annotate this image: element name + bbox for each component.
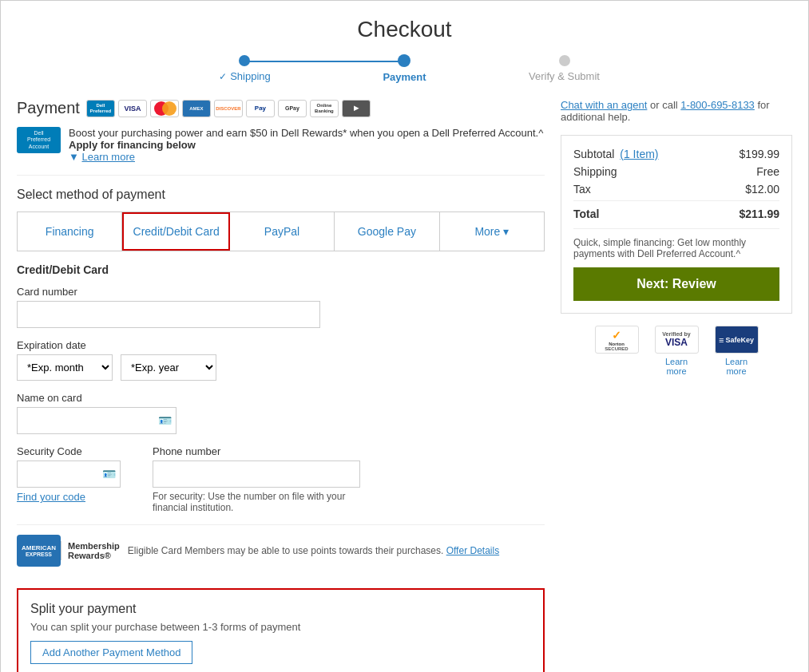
- add-payment-btn[interactable]: Add Another Payment Method: [30, 641, 192, 664]
- promo-banner: DellPreferredAccount Boost your purchasi…: [17, 127, 545, 176]
- tax-label: Tax: [573, 183, 591, 196]
- accepted-cards: DellPreferred VISA AMEX DISCOVER Pay GPa…: [86, 100, 371, 117]
- find-code-link[interactable]: Find your code: [17, 491, 121, 503]
- payment-section-title: Payment: [17, 99, 80, 117]
- expiration-group: Expiration date *Exp. month JanuaryFebru…: [17, 339, 545, 381]
- split-payment-section: Split your payment You can split your pu…: [17, 588, 545, 672]
- financing-btn[interactable]: Financing: [18, 212, 122, 251]
- shipping-value: Free: [756, 165, 779, 178]
- step-payment: Payment: [325, 54, 485, 83]
- tax-value: $12.00: [745, 183, 779, 196]
- amex-logo: AMERICAN EXPRESS: [17, 535, 61, 567]
- security-phone-row: Security Code 🪪 Find your code Phone num…: [17, 445, 545, 513]
- google-pay-btn[interactable]: Google Pay: [335, 212, 439, 251]
- more-cards-icon: ▶: [342, 100, 371, 117]
- security-code-group: Security Code 🪪 Find your code: [17, 445, 121, 503]
- name-on-card-group: Name on card 🪪: [17, 392, 545, 434]
- security-icon: 🪪: [102, 468, 116, 480]
- progress-steps: ✓ Shipping Payment Verify & Submit: [17, 54, 792, 83]
- offer-details-link[interactable]: Offer Details: [446, 545, 499, 556]
- promo-apply: Apply for financing below: [69, 139, 196, 151]
- exp-year-select[interactable]: *Exp. year 202420252026 202720282029: [121, 354, 216, 381]
- gpay-card-icon: GPay: [278, 100, 307, 117]
- split-title: Split your payment: [30, 602, 531, 616]
- online-banking-icon: OnlineBanking: [310, 100, 339, 117]
- security-code-label: Security Code: [17, 445, 121, 457]
- card-number-group: Card number: [17, 286, 545, 328]
- payment-header: Payment DellPreferred VISA AMEX DISCOVER…: [17, 99, 545, 117]
- financing-text: Quick, simple financing: Get low monthly…: [573, 228, 779, 259]
- total-row: Total $211.99: [573, 200, 779, 220]
- subtotal-value: $199.99: [739, 148, 779, 160]
- norton-logo: ✓ Norton SECURED: [595, 326, 639, 354]
- dell-card-icon: DellPreferred: [86, 100, 115, 117]
- credit-debit-btn[interactable]: Credit/Debit Card: [122, 212, 229, 251]
- visa-verified-logo: Verified by VISA: [655, 326, 699, 354]
- visa-learn-more[interactable]: Learnmore: [665, 357, 688, 376]
- step-dot-payment: [398, 54, 410, 67]
- support-text: Chat with an agent or call 1-800-695-813…: [561, 99, 792, 123]
- svg-point-1: [162, 101, 176, 116]
- step-label-verify: Verify & Submit: [529, 70, 600, 82]
- step-shipping: ✓ Shipping: [165, 55, 325, 82]
- tax-row: Tax $12.00: [573, 183, 779, 196]
- safekey-logo: ≡ SafeKey: [715, 326, 759, 354]
- dell-badge: DellPreferredAccount: [17, 127, 61, 153]
- next-review-btn[interactable]: Next: Review: [573, 267, 779, 301]
- card-number-input[interactable]: [17, 301, 320, 328]
- expiration-label: Expiration date: [17, 339, 545, 351]
- step-verify: Verify & Submit: [485, 55, 644, 82]
- subtotal-row: Subtotal (1 Item) $199.99: [573, 148, 779, 160]
- page-title: Checkout: [17, 17, 792, 42]
- name-icon: 🪪: [158, 414, 172, 427]
- form-section-title: Credit/Debit Card: [17, 263, 545, 276]
- shipping-row: Shipping Free: [573, 165, 779, 178]
- items-link[interactable]: (1 Item): [620, 148, 658, 160]
- order-summary: Subtotal (1 Item) $199.99 Shipping Free …: [561, 135, 792, 314]
- mc-card-icon: [150, 100, 179, 117]
- paypal-btn[interactable]: PayPal: [230, 212, 335, 251]
- step-label-shipping: Shipping: [230, 70, 271, 82]
- exp-month-select[interactable]: *Exp. month JanuaryFebruaryMarch AprilMa…: [17, 354, 113, 381]
- more-btn[interactable]: More ▾: [440, 212, 544, 251]
- safekey-learn-more[interactable]: Learnmore: [725, 357, 748, 376]
- discover-card-icon: DISCOVER: [214, 100, 243, 117]
- safekey-badge-item[interactable]: ≡ SafeKey Learnmore: [715, 326, 759, 376]
- subtotal-label: Subtotal (1 Item): [573, 148, 659, 160]
- phone-link[interactable]: 1-800-695-8133: [680, 99, 755, 111]
- phone-hint: For security: Use the number on file wit…: [153, 491, 360, 513]
- name-on-card-input[interactable]: [17, 407, 176, 434]
- promo-text: Boost your purchasing power and earn $50…: [69, 127, 543, 163]
- amex-desc: Eligible Card Members may be able to use…: [128, 545, 499, 556]
- visa-card-icon: VISA: [118, 100, 147, 117]
- security-input-wrap: 🪪: [17, 461, 121, 488]
- amex-rewards-section: AMERICAN EXPRESS MembershipRewards® Elig…: [17, 524, 545, 576]
- step-dot-verify: [559, 55, 570, 66]
- split-desc: You can split your purchase between 1-3 …: [30, 621, 531, 633]
- phone-group: Phone number For security: Use the numbe…: [153, 445, 360, 513]
- step-dot-shipping: [239, 55, 250, 66]
- select-payment-title: Select method of payment: [17, 188, 545, 202]
- name-input-wrap: 🪪: [17, 407, 176, 434]
- step-label-payment: Payment: [383, 71, 426, 83]
- paypal-card-icon: Pay: [246, 100, 275, 117]
- total-label: Total: [573, 208, 599, 220]
- shipping-label: Shipping: [573, 165, 617, 178]
- total-value: $211.99: [739, 208, 779, 220]
- name-on-card-label: Name on card: [17, 392, 545, 404]
- chat-link[interactable]: Chat with an agent: [561, 99, 647, 111]
- security-badges: ✓ Norton SECURED Verified by VISA Learnm…: [561, 326, 792, 376]
- visa-verified-badge-item[interactable]: Verified by VISA Learnmore: [655, 326, 699, 376]
- amex-card-icon: AMEX: [182, 100, 211, 117]
- amex-logo-wrap: AMERICAN EXPRESS MembershipRewards®: [17, 535, 120, 567]
- payment-methods-row: Financing Credit/Debit Card PayPal Googl…: [17, 211, 545, 251]
- promo-learn-more[interactable]: Learn more: [81, 151, 134, 163]
- phone-label: Phone number: [153, 445, 360, 457]
- norton-badge-item[interactable]: ✓ Norton SECURED: [595, 326, 639, 357]
- card-number-label: Card number: [17, 286, 545, 298]
- membership-rewards-text: MembershipRewards®: [61, 541, 120, 560]
- phone-input[interactable]: [153, 461, 360, 488]
